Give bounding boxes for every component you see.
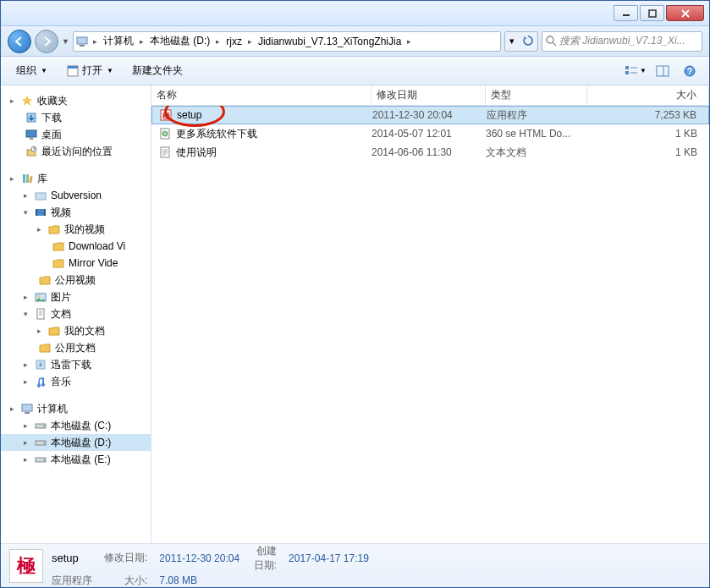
computer-icon: [20, 402, 34, 415]
open-button[interactable]: 打开▼: [59, 61, 120, 80]
library-icon: [20, 172, 34, 185]
svg-rect-25: [29, 176, 32, 183]
expand-icon[interactable]: ▸: [8, 96, 17, 105]
expand-icon[interactable]: ▸: [21, 293, 30, 301]
folder-icon: [47, 324, 61, 338]
file-icon: 極: [159, 108, 173, 122]
chevron-right-icon[interactable]: ▸: [405, 37, 414, 46]
chevron-right-icon[interactable]: ▸: [245, 37, 255, 46]
expand-icon[interactable]: ▸: [21, 421, 30, 430]
chevron-right-icon[interactable]: ▸: [213, 37, 223, 46]
nav-folder-item[interactable]: Download Vi: [1, 238, 151, 255]
nav-my-docs[interactable]: ▸我的文档: [1, 322, 151, 339]
nav-xunlei[interactable]: ▸迅雷下载: [1, 356, 151, 373]
expand-icon[interactable]: ▸: [21, 191, 30, 200]
svg-text:?: ?: [687, 67, 692, 76]
computer-icon: [75, 35, 89, 48]
nav-videos[interactable]: ▾视频: [1, 204, 151, 221]
breadcrumb[interactable]: ▸ 计算机 ▸ 本地磁盘 (D:) ▸ rjxz ▸ Jidianwubi_V7…: [73, 31, 501, 52]
details-create-label: 创建日期:: [251, 544, 277, 573]
download-icon: [34, 358, 47, 371]
picture-icon: [34, 290, 47, 304]
svg-point-40: [43, 426, 45, 427]
nav-history-dropdown[interactable]: ▼: [62, 37, 69, 46]
svg-rect-38: [25, 412, 30, 414]
breadcrumb-segment[interactable]: rjxz: [223, 32, 245, 51]
file-row[interactable]: 更多系统软件下载2014-05-07 12:01360 se HTML Do..…: [151, 124, 709, 143]
nav-computer[interactable]: ▸计算机: [1, 400, 151, 417]
address-dropdown-button[interactable]: ▾: [505, 36, 519, 47]
music-icon: [34, 375, 47, 388]
chevron-right-icon[interactable]: ▸: [137, 37, 146, 46]
expand-icon[interactable]: ▸: [21, 377, 30, 386]
new-folder-button[interactable]: 新建文件夹: [125, 61, 190, 80]
expand-icon[interactable]: ▸: [21, 438, 30, 447]
file-row[interactable]: 極setup2011-12-30 20:04应用程序7,253 KB: [151, 106, 709, 124]
collapse-icon[interactable]: ▾: [21, 310, 30, 318]
expand-icon[interactable]: ▸: [21, 360, 30, 369]
svg-text:極: 極: [162, 112, 170, 120]
organize-button[interactable]: 组织▼: [9, 61, 54, 80]
nav-subversion[interactable]: ▸Subversion: [1, 187, 151, 204]
nav-favorites[interactable]: ▸收藏夹: [1, 92, 151, 109]
preview-pane-button[interactable]: [652, 61, 674, 81]
video-icon: [34, 206, 47, 219]
forward-button[interactable]: [35, 30, 58, 53]
breadcrumb-segment[interactable]: 计算机: [100, 32, 137, 51]
nav-desktop[interactable]: 桌面: [1, 126, 151, 143]
nav-public-docs[interactable]: 公用文档: [1, 339, 151, 356]
breadcrumb-segment[interactable]: Jidianwubi_V7.13_XiTongZhiJia: [255, 32, 405, 51]
details-mod-label: 修改日期:: [104, 551, 147, 565]
svg-rect-14: [657, 66, 669, 76]
file-rows[interactable]: 極setup2011-12-30 20:04应用程序7,253 KB更多系统软件…: [151, 106, 709, 543]
svg-rect-9: [68, 66, 78, 69]
back-button[interactable]: [8, 30, 31, 53]
search-input[interactable]: 搜索 Jidianwubi_V7.13_Xi...: [542, 31, 702, 52]
nav-music[interactable]: ▸音乐: [1, 373, 151, 390]
collapse-icon[interactable]: ▾: [21, 208, 30, 217]
maximize-button[interactable]: [640, 5, 664, 21]
toolbar: 组织▼ 打开▼ 新建文件夹 ▼ ?: [1, 57, 709, 85]
folder-icon: [52, 239, 65, 253]
column-date[interactable]: 修改日期: [372, 85, 486, 105]
help-button[interactable]: ?: [679, 61, 701, 81]
file-row[interactable]: 使用说明2014-06-06 11:30文本文档1 KB: [151, 143, 709, 162]
nav-drive-c[interactable]: ▸本地磁盘 (C:): [1, 417, 151, 434]
minimize-button[interactable]: [614, 5, 638, 21]
svg-point-31: [38, 295, 41, 298]
file-size: 1 KB: [587, 146, 709, 158]
expand-icon[interactable]: ▸: [21, 455, 30, 464]
nav-public-videos[interactable]: 公用视频: [1, 272, 151, 289]
chevron-right-icon[interactable]: ▸: [91, 37, 100, 46]
nav-documents[interactable]: ▾文档: [1, 305, 151, 322]
nav-drive-d[interactable]: ▸本地磁盘 (D:): [1, 434, 151, 451]
nav-libraries[interactable]: ▸库: [1, 170, 151, 187]
breadcrumb-segment[interactable]: 本地磁盘 (D:): [146, 32, 213, 51]
view-options-button[interactable]: ▼: [625, 61, 647, 81]
file-type: 文本文档: [486, 146, 587, 160]
column-size[interactable]: 大小: [587, 85, 709, 105]
expand-icon[interactable]: ▸: [35, 225, 44, 234]
star-icon: [20, 94, 34, 107]
nav-my-videos[interactable]: ▸我的视频: [1, 221, 151, 238]
close-button[interactable]: [666, 5, 704, 21]
folder-icon: [47, 223, 61, 236]
file-name: 使用说明: [176, 146, 217, 160]
drive-icon: [34, 419, 47, 432]
expand-icon[interactable]: ▸: [35, 327, 44, 335]
nav-downloads[interactable]: 下载: [1, 109, 151, 126]
nav-drive-e[interactable]: ▸本地磁盘 (E:): [1, 451, 151, 468]
refresh-button[interactable]: [519, 36, 537, 47]
expand-icon[interactable]: ▸: [8, 404, 17, 413]
column-headers: 名称 修改日期 类型 大小: [151, 85, 709, 106]
expand-icon[interactable]: ▸: [8, 174, 17, 183]
svg-rect-50: [161, 147, 169, 157]
svg-rect-5: [80, 45, 85, 47]
navigation-pane[interactable]: ▸收藏夹 下载 桌面 最近访问的位置 ▸库 ▸Subversion ▾视频 ▸我…: [1, 85, 151, 543]
recent-icon: [25, 145, 38, 158]
nav-recent[interactable]: 最近访问的位置: [1, 143, 151, 160]
column-name[interactable]: 名称: [151, 85, 372, 105]
column-type[interactable]: 类型: [486, 85, 587, 105]
nav-pictures[interactable]: ▸图片: [1, 289, 151, 305]
nav-folder-item[interactable]: Mirror Vide: [1, 255, 151, 272]
